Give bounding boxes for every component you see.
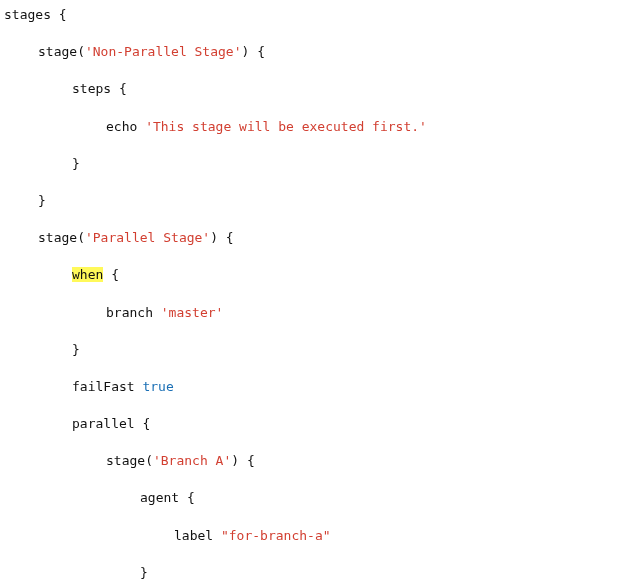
code-line: when { — [4, 266, 640, 285]
code-line: } — [4, 564, 640, 579]
code-line: failFast true — [4, 378, 640, 397]
code-line: } — [4, 192, 640, 211]
code-line: branch 'master' — [4, 304, 640, 323]
highlighted-keyword: when — [72, 267, 103, 282]
code-line: parallel { — [4, 415, 640, 434]
code-line: stage('Branch A') { — [4, 452, 640, 471]
code-line: label "for-branch-a" — [4, 527, 640, 546]
code-line: } — [4, 155, 640, 174]
code-line: stages { — [4, 6, 640, 25]
code-line: stage('Parallel Stage') { — [4, 229, 640, 248]
code-line: } — [4, 341, 640, 360]
code-block: stages { stage('Non-Parallel Stage') { s… — [0, 0, 640, 579]
code-line: stage('Non-Parallel Stage') { — [4, 43, 640, 62]
code-line: echo 'This stage will be executed first.… — [4, 118, 640, 137]
code-line: agent { — [4, 489, 640, 508]
code-line: steps { — [4, 80, 640, 99]
